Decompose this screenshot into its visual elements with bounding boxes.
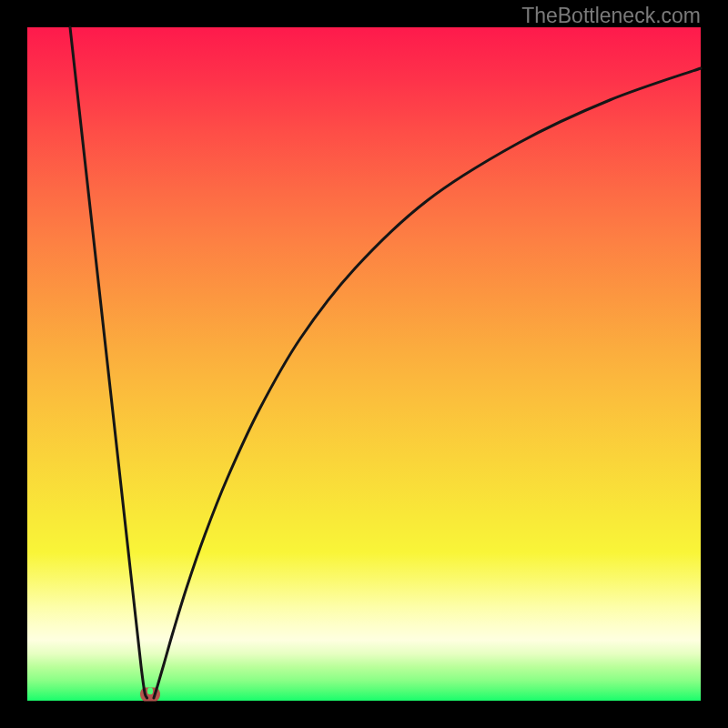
- chart-frame: TheBottleneck.com: [0, 0, 728, 728]
- watermark-text: TheBottleneck.com: [521, 4, 701, 28]
- svg-rect-0: [147, 688, 153, 695]
- chart-svg: [27, 27, 701, 701]
- curve-left-branch: [70, 27, 147, 698]
- curve-right-branch: [154, 68, 701, 698]
- plot-area: [27, 27, 701, 701]
